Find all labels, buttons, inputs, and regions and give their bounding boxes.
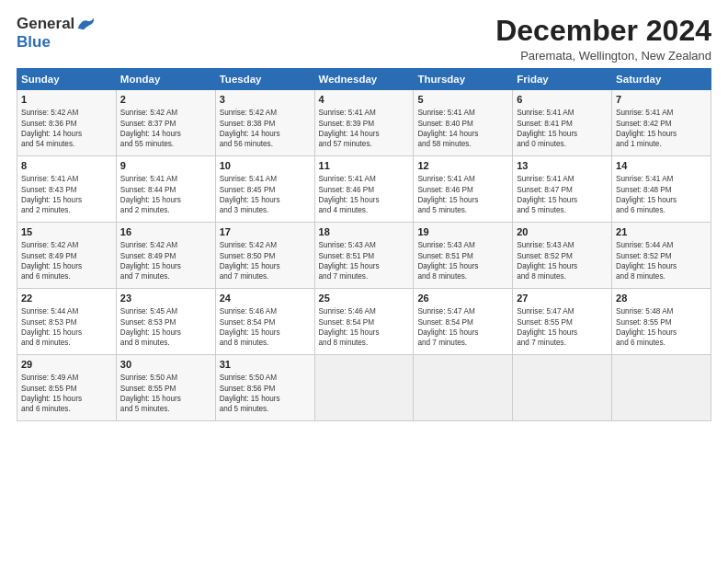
day-number: 11 (319, 159, 410, 173)
calendar-cell: 12Sunrise: 5:41 AMSunset: 8:46 PMDayligh… (414, 156, 513, 223)
day-number: 19 (417, 225, 508, 239)
day-detail: Sunrise: 5:41 AMSunset: 8:39 PMDaylight:… (319, 109, 380, 148)
day-detail: Sunrise: 5:42 AMSunset: 8:50 PMDaylight:… (220, 241, 280, 281)
day-detail: Sunrise: 5:41 AMSunset: 8:44 PMDaylight:… (120, 175, 181, 214)
logo-bird-icon (76, 16, 97, 32)
day-number: 22 (21, 292, 112, 305)
calendar-cell: 4Sunrise: 5:41 AMSunset: 8:39 PMDaylight… (314, 90, 414, 156)
day-number: 7 (616, 93, 707, 107)
calendar-cell: 17Sunrise: 5:42 AMSunset: 8:50 PMDayligh… (215, 223, 314, 289)
calendar-cell: 8Sunrise: 5:41 AMSunset: 8:43 PMDaylight… (17, 156, 117, 223)
calendar-cell: 25Sunrise: 5:46 AMSunset: 8:54 PMDayligh… (314, 289, 414, 355)
calendar-cell: 15Sunrise: 5:42 AMSunset: 8:49 PMDayligh… (17, 223, 117, 289)
day-number: 8 (21, 159, 112, 173)
day-detail: Sunrise: 5:41 AMSunset: 8:47 PMDaylight:… (517, 175, 577, 214)
calendar-cell: 9Sunrise: 5:41 AMSunset: 8:44 PMDaylight… (116, 156, 215, 223)
calendar-cell: 13Sunrise: 5:41 AMSunset: 8:47 PMDayligh… (513, 156, 612, 223)
calendar-cell: 26Sunrise: 5:47 AMSunset: 8:54 PMDayligh… (414, 289, 513, 355)
day-number: 20 (517, 225, 608, 239)
day-detail: Sunrise: 5:42 AMSunset: 8:49 PMDaylight:… (21, 241, 82, 281)
day-detail: Sunrise: 5:50 AMSunset: 8:55 PMDaylight:… (120, 373, 181, 413)
calendar-cell (314, 355, 414, 421)
day-detail: Sunrise: 5:42 AMSunset: 8:37 PMDaylight:… (120, 109, 181, 148)
calendar-cell: 1Sunrise: 5:42 AMSunset: 8:36 PMDaylight… (17, 90, 117, 156)
day-number: 28 (616, 292, 707, 305)
day-detail: Sunrise: 5:50 AMSunset: 8:56 PMDaylight:… (220, 373, 280, 413)
day-detail: Sunrise: 5:45 AMSunset: 8:53 PMDaylight:… (120, 307, 181, 347)
calendar-cell: 2Sunrise: 5:42 AMSunset: 8:37 PMDaylight… (116, 90, 215, 156)
calendar-cell: 11Sunrise: 5:41 AMSunset: 8:46 PMDayligh… (314, 156, 414, 223)
day-number: 30 (120, 358, 211, 372)
day-number: 13 (517, 159, 608, 173)
day-number: 16 (120, 225, 211, 239)
day-detail: Sunrise: 5:43 AMSunset: 8:52 PMDaylight:… (517, 241, 577, 281)
day-detail: Sunrise: 5:41 AMSunset: 8:46 PMDaylight:… (417, 175, 478, 214)
calendar-cell: 19Sunrise: 5:43 AMSunset: 8:51 PMDayligh… (414, 223, 513, 289)
page-subtitle: Paremata, Wellington, New Zealand (495, 49, 711, 63)
calendar-cell: 20Sunrise: 5:43 AMSunset: 8:52 PMDayligh… (513, 223, 612, 289)
day-number: 25 (319, 292, 410, 305)
calendar-cell: 6Sunrise: 5:41 AMSunset: 8:41 PMDaylight… (513, 90, 612, 156)
day-detail: Sunrise: 5:41 AMSunset: 8:43 PMDaylight:… (21, 175, 82, 214)
day-detail: Sunrise: 5:46 AMSunset: 8:54 PMDaylight:… (220, 307, 280, 347)
calendar-cell (612, 355, 711, 421)
day-number: 6 (517, 93, 608, 107)
calendar-cell: 28Sunrise: 5:48 AMSunset: 8:55 PMDayligh… (612, 289, 711, 355)
day-number: 4 (319, 93, 410, 107)
col-header-friday: Friday (513, 69, 612, 90)
day-detail: Sunrise: 5:41 AMSunset: 8:42 PMDaylight:… (616, 109, 677, 148)
calendar-cell: 30Sunrise: 5:50 AMSunset: 8:55 PMDayligh… (116, 355, 215, 421)
col-header-wednesday: Wednesday (314, 69, 414, 90)
calendar-cell: 16Sunrise: 5:42 AMSunset: 8:49 PMDayligh… (116, 223, 215, 289)
day-number: 17 (220, 225, 311, 239)
calendar-cell: 29Sunrise: 5:49 AMSunset: 8:55 PMDayligh… (17, 355, 117, 421)
day-number: 12 (417, 159, 508, 173)
day-detail: Sunrise: 5:44 AMSunset: 8:52 PMDaylight:… (616, 241, 677, 281)
col-header-sunday: Sunday (17, 69, 117, 90)
day-detail: Sunrise: 5:41 AMSunset: 8:46 PMDaylight:… (319, 175, 380, 214)
day-number: 31 (220, 358, 311, 372)
day-detail: Sunrise: 5:41 AMSunset: 8:48 PMDaylight:… (616, 175, 677, 214)
day-number: 26 (417, 292, 508, 305)
col-header-monday: Monday (116, 69, 215, 90)
calendar-cell: 3Sunrise: 5:42 AMSunset: 8:38 PMDaylight… (215, 90, 314, 156)
title-block: December 2024 Paremata, Wellington, New … (495, 15, 711, 63)
calendar-cell: 5Sunrise: 5:41 AMSunset: 8:40 PMDaylight… (414, 90, 513, 156)
day-detail: Sunrise: 5:44 AMSunset: 8:53 PMDaylight:… (21, 307, 82, 347)
day-number: 29 (21, 358, 112, 372)
calendar-cell (414, 355, 513, 421)
day-number: 14 (616, 159, 707, 173)
calendar-cell: 10Sunrise: 5:41 AMSunset: 8:45 PMDayligh… (215, 156, 314, 223)
day-number: 27 (517, 292, 608, 305)
day-number: 24 (220, 292, 311, 305)
day-number: 15 (21, 225, 112, 239)
col-header-saturday: Saturday (612, 69, 711, 90)
logo-general-text: General (17, 15, 74, 33)
calendar-cell: 18Sunrise: 5:43 AMSunset: 8:51 PMDayligh… (314, 223, 414, 289)
logo: General Blue (17, 15, 97, 52)
day-number: 2 (120, 93, 211, 107)
calendar-cell: 24Sunrise: 5:46 AMSunset: 8:54 PMDayligh… (215, 289, 314, 355)
calendar-table: SundayMondayTuesdayWednesdayThursdayFrid… (17, 68, 711, 421)
day-number: 23 (120, 292, 211, 305)
day-detail: Sunrise: 5:42 AMSunset: 8:38 PMDaylight:… (220, 109, 280, 148)
day-detail: Sunrise: 5:46 AMSunset: 8:54 PMDaylight:… (319, 307, 380, 347)
day-number: 9 (120, 159, 211, 173)
day-number: 5 (417, 93, 508, 107)
col-header-thursday: Thursday (414, 69, 513, 90)
day-number: 10 (220, 159, 311, 173)
calendar-cell: 23Sunrise: 5:45 AMSunset: 8:53 PMDayligh… (116, 289, 215, 355)
day-detail: Sunrise: 5:49 AMSunset: 8:55 PMDaylight:… (21, 373, 82, 413)
day-detail: Sunrise: 5:41 AMSunset: 8:41 PMDaylight:… (517, 109, 577, 148)
page-title: December 2024 (495, 15, 711, 47)
day-number: 1 (21, 93, 112, 107)
day-detail: Sunrise: 5:41 AMSunset: 8:45 PMDaylight:… (220, 175, 280, 214)
day-number: 21 (616, 225, 707, 239)
calendar-cell: 21Sunrise: 5:44 AMSunset: 8:52 PMDayligh… (612, 223, 711, 289)
day-detail: Sunrise: 5:47 AMSunset: 8:54 PMDaylight:… (417, 307, 478, 347)
day-detail: Sunrise: 5:42 AMSunset: 8:49 PMDaylight:… (120, 241, 181, 281)
logo-blue-text: Blue (17, 33, 51, 51)
calendar-cell: 7Sunrise: 5:41 AMSunset: 8:42 PMDaylight… (612, 90, 711, 156)
calendar-cell: 22Sunrise: 5:44 AMSunset: 8:53 PMDayligh… (17, 289, 117, 355)
day-number: 3 (220, 93, 311, 107)
